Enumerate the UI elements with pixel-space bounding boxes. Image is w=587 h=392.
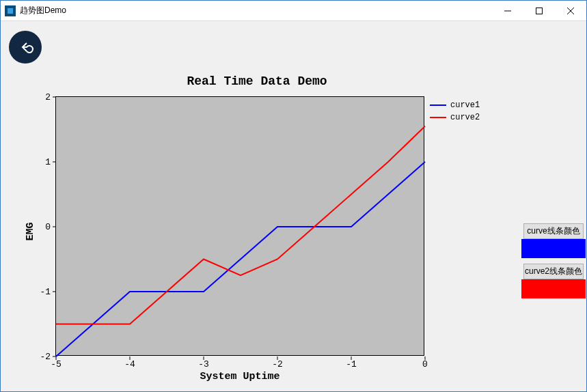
svg-rect-0 bbox=[8, 8, 13, 14]
x-tick-label: -5 bbox=[51, 359, 62, 369]
curve2-color-button[interactable]: curve2线条颜色 bbox=[523, 264, 584, 279]
legend-label: curve1 bbox=[450, 100, 480, 110]
y-tick-label: 0 bbox=[45, 222, 51, 232]
legend-item: curve1 bbox=[430, 99, 480, 111]
x-tick-label: -2 bbox=[272, 359, 283, 369]
content-area: Real Time Data Demo -2-1012-5-4-3-2-10 E… bbox=[1, 21, 586, 391]
minimize-button[interactable] bbox=[492, 1, 523, 21]
maximize-button[interactable] bbox=[523, 1, 555, 21]
y-axis-label: EMG bbox=[25, 222, 36, 240]
y-tick-label: -2 bbox=[40, 352, 51, 362]
x-tick-label: -1 bbox=[346, 359, 357, 369]
back-button[interactable] bbox=[9, 31, 42, 64]
legend: curve1 curve2 bbox=[430, 99, 480, 124]
back-arrow-icon bbox=[17, 39, 33, 55]
curve1-color-swatch[interactable] bbox=[521, 239, 586, 258]
svg-rect-2 bbox=[536, 8, 543, 14]
y-tick-label: 2 bbox=[45, 92, 51, 102]
x-axis-label: System Uptime bbox=[55, 371, 424, 382]
window-title: 趋势图Demo bbox=[20, 5, 66, 16]
x-tick-label: -4 bbox=[124, 359, 135, 369]
y-tick-label: 1 bbox=[45, 157, 51, 167]
x-tick-label: 0 bbox=[422, 359, 428, 369]
legend-label: curve2 bbox=[450, 113, 480, 122]
color-controls: curve线条颜色 curve2线条颜色 bbox=[521, 222, 586, 304]
curve2-color-swatch[interactable] bbox=[521, 279, 586, 298]
chart: Real Time Data Demo -2-1012-5-4-3-2-10 E… bbox=[8, 76, 506, 387]
plot-area: -2-1012-5-4-3-2-10 bbox=[55, 96, 424, 356]
curve1-color-button[interactable]: curve线条颜色 bbox=[523, 223, 584, 239]
legend-swatch bbox=[430, 117, 446, 118]
app-icon bbox=[5, 5, 16, 16]
titlebar: 趋势图Demo bbox=[1, 1, 586, 21]
legend-item: curve2 bbox=[430, 111, 480, 124]
y-tick-label: -1 bbox=[40, 287, 51, 297]
close-button[interactable] bbox=[555, 1, 586, 21]
chart-title: Real Time Data Demo bbox=[8, 74, 506, 88]
legend-swatch bbox=[430, 104, 446, 106]
x-tick-label: -3 bbox=[198, 359, 209, 369]
